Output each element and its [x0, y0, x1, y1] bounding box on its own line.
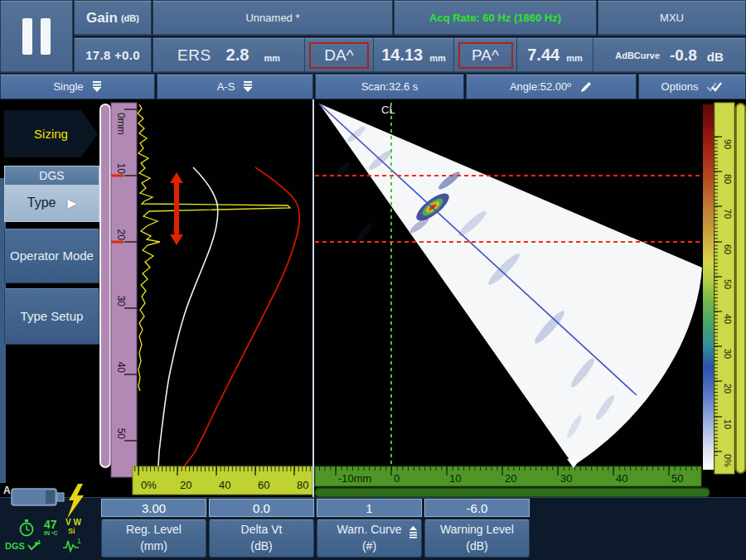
- scan-display: 0mm 10 20 30 40 50 0% 20 40 60: [98, 99, 746, 497]
- menu-item-scan-time[interactable]: Scan:32.6 s: [315, 74, 464, 99]
- group-select-label: Single: [53, 80, 83, 93]
- scan-label-m10: -10mm: [338, 472, 371, 485]
- mxu-menu[interactable]: MXU: [598, 0, 746, 36]
- delta-vt-button[interactable]: Delta Vt (dB): [209, 519, 314, 558]
- reading-ers: ERS 2.8 mm: [153, 38, 304, 72]
- tab-sizing[interactable]: Sizing: [4, 110, 98, 157]
- depth-ruler[interactable]: 0mm 10 20 30 40 50: [111, 103, 137, 477]
- pause-button[interactable]: [0, 0, 73, 73]
- amplitude-ruler[interactable]: 0% 20 40 60 80: [133, 466, 312, 495]
- palette-label-70: 70: [723, 209, 733, 219]
- amp-label-80: 80: [297, 479, 308, 491]
- menu-item-layout-as[interactable]: A-S: [157, 74, 313, 99]
- dgs-group-label: DGS: [5, 167, 99, 185]
- acq-rate: Acq Rate: 60 Hz (1860 Hz): [394, 0, 597, 36]
- gain-unit: (dB): [121, 13, 139, 23]
- amp-label-60: 60: [258, 479, 269, 491]
- delta-vt-value[interactable]: 0.0: [209, 499, 314, 517]
- amp-label-40: 40: [219, 479, 230, 491]
- reading-pa: 7.44 mm: [516, 38, 593, 72]
- reading-pa-cell[interactable]: PA^: [453, 38, 516, 72]
- double-check-icon: [706, 81, 723, 92]
- scan-label-40: 40: [616, 472, 627, 485]
- palette-ruler[interactable]: 90 80 70 60 50 40 30 20 10 0%: [715, 103, 734, 474]
- layout-select-label: A-S: [217, 80, 235, 93]
- gain-header[interactable]: Gain (dB): [74, 0, 152, 36]
- clock-icon: [18, 519, 35, 537]
- depth-label-40: 40: [115, 362, 127, 374]
- depth-scrollbar[interactable]: [100, 104, 110, 467]
- file-title[interactable]: Unnamed *: [153, 0, 393, 36]
- ascan-trace: [138, 104, 290, 391]
- dropdown-icon: [243, 81, 253, 93]
- amp-label-20: 20: [180, 479, 191, 491]
- gain-value[interactable]: 17.8 +0.0: [74, 37, 152, 73]
- dgs-curve: [184, 167, 299, 466]
- palette-label-50: 50: [723, 279, 733, 289]
- reading-adbcurve-label: AdBCurve: [615, 51, 660, 60]
- reading-pa-unit: mm: [566, 53, 583, 63]
- sscan-sector: [319, 104, 702, 466]
- reading-adbcurve-unit: dB: [707, 50, 724, 64]
- dgs-group: DGS Type ▶: [4, 166, 99, 222]
- warn-curve-value[interactable]: 1: [317, 499, 422, 517]
- palette-scrollbar[interactable]: [736, 104, 745, 473]
- warn-curve-unit: (#): [362, 538, 376, 555]
- operator-mode-button[interactable]: Operator Mode: [4, 229, 99, 283]
- omniscan-screen: Gain (dB) 17.8 +0.0 Unnamed * Acq Rate: …: [0, 0, 746, 560]
- delta-vt-label: Delta Vt: [241, 522, 283, 538]
- reg-level-button[interactable]: Reg. Level (mm): [101, 519, 206, 558]
- depth-label-0: 0mm: [115, 113, 127, 135]
- dgs-reference-curve: [158, 167, 218, 466]
- warn-curve-button[interactable]: Warn. Curve (#): [317, 519, 422, 558]
- dgs-type-label: Type: [27, 196, 56, 210]
- menu-item-options[interactable]: Options: [638, 74, 746, 99]
- warning-level-button[interactable]: Warning Level (dB): [424, 519, 530, 558]
- palette-label-20: 20: [723, 384, 733, 393]
- readings-bar: ERS 2.8 mm DA^ 14.13 mm PA^ 7.44 mm AdBC…: [153, 37, 746, 73]
- internal-temperature: 47: [44, 519, 57, 530]
- pencil-icon: [579, 80, 593, 94]
- menu-item-angle[interactable]: Angle:52.00º: [466, 74, 637, 99]
- type-setup-button[interactable]: Type Setup: [4, 288, 99, 345]
- reading-ers-value: 2.8: [226, 46, 249, 65]
- dropdown-icon: [92, 81, 102, 93]
- menu-item-group-single[interactable]: Single: [0, 74, 155, 99]
- options-label: Options: [661, 80, 699, 93]
- spinner-icon[interactable]: [409, 526, 417, 539]
- param-warning-level: -6.0 Warning Level (dB): [424, 499, 530, 558]
- depth-extent-marker[interactable]: [170, 172, 183, 245]
- cl-cursor-label: CL: [381, 104, 395, 116]
- angle-label: Angle:52.00º: [510, 80, 571, 93]
- reading-da: 14.13 mm: [373, 38, 453, 72]
- scan-ruler[interactable]: -10mm 0 10 20 30 40 50: [315, 466, 701, 486]
- submenu-arrow-icon: ▶: [67, 196, 76, 210]
- dgs-mode-label: DGS: [5, 541, 25, 551]
- palette-label-0: 0%: [723, 454, 733, 467]
- depth-label-10: 10: [115, 163, 127, 175]
- reading-pa-value: 7.44: [527, 46, 560, 65]
- reading-ers-unit: mm: [264, 53, 280, 63]
- warning-level-value[interactable]: -6.0: [424, 499, 530, 517]
- gain-label: Gain: [86, 10, 118, 27]
- reading-da-cell[interactable]: DA^: [304, 38, 373, 72]
- dgs-mode-index: 1: [37, 539, 41, 546]
- depth-label-50: 50: [115, 428, 127, 440]
- scan-label-50: 50: [671, 472, 683, 485]
- reg-level-unit: (mm): [140, 538, 167, 555]
- amp-label-0: 0%: [141, 479, 157, 491]
- dgs-type-button[interactable]: Type ▶: [5, 185, 99, 221]
- reading-da-unit: mm: [429, 53, 446, 63]
- menu-bar: Single A-S Scan:32.6 s Angle:52.00º Opti…: [0, 74, 746, 99]
- battery-icon: [11, 486, 65, 508]
- reading-adbcurve-value: -0.8: [670, 46, 697, 65]
- da-gate-badge: DA^: [309, 42, 369, 69]
- reg-level-value[interactable]: 3.00: [101, 499, 206, 517]
- top-bar: Gain (dB) 17.8 +0.0 Unnamed * Acq Rate: …: [0, 0, 746, 74]
- warn-curve-label: Warn. Curve: [337, 522, 401, 538]
- scan-label-0: 0: [394, 472, 400, 485]
- scan-label-20: 20: [505, 472, 516, 485]
- reading-ers-label: ERS: [177, 46, 211, 65]
- param-warn-curve: 1 Warn. Curve (#): [317, 499, 422, 558]
- scan-scrollbar[interactable]: [315, 488, 710, 497]
